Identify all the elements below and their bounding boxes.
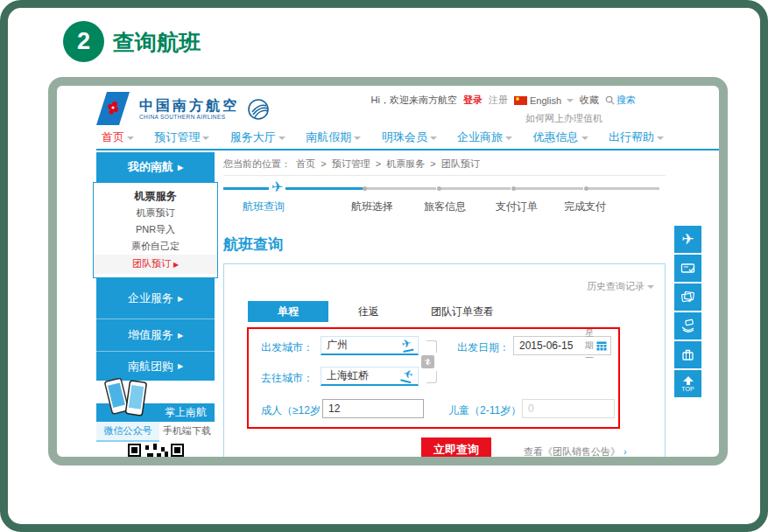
nav-item-travel-help[interactable]: 出行帮助 xyxy=(609,130,664,145)
logo-text-en: CHINA SOUTHERN AIRLINES xyxy=(139,114,239,120)
breadcrumb-booking[interactable]: 预订管理 xyxy=(332,158,370,169)
back-to-top-button[interactable]: TOP xyxy=(674,370,701,397)
chevron-down-icon xyxy=(647,285,654,289)
toolbar-tickets-button[interactable] xyxy=(674,284,701,311)
toolbar-service-button[interactable] xyxy=(674,312,701,340)
swap-icon xyxy=(424,358,432,366)
chevron-down-icon xyxy=(505,136,512,140)
skyteam-logo xyxy=(245,95,271,122)
search-now-button[interactable]: 立即查询 xyxy=(421,438,491,457)
checkin-icon xyxy=(680,261,695,276)
progress-plane-icon: ✈ xyxy=(269,179,285,195)
hand-ticket-icon xyxy=(680,318,696,333)
language-selector[interactable]: English xyxy=(514,95,574,106)
sidebar-section-value-added[interactable]: 增值服务 ▶ xyxy=(96,318,215,351)
step-complete: 完成支付 xyxy=(564,200,606,214)
favorite-link[interactable]: 收藏 xyxy=(580,94,599,107)
step-number: 2 xyxy=(77,28,90,55)
header-user-links: Hi，欢迎来南方航空 登录 注册 English 收藏 搜索 xyxy=(371,94,636,125)
adult-count-input[interactable] xyxy=(322,399,424,418)
sidebar-section-group-buy[interactable]: 南航团购 ▶ xyxy=(96,351,215,381)
tab-round-trip[interactable]: 往返 xyxy=(328,301,409,322)
nav-item-holidays[interactable]: 南航假期 xyxy=(306,130,361,145)
chevron-down-icon xyxy=(202,136,209,140)
date-weekday: 星期一 xyxy=(580,327,596,364)
top-label: TOP xyxy=(681,386,694,392)
child-count-input[interactable] xyxy=(522,399,615,418)
breadcrumb-group-booking: 团队预订 xyxy=(441,158,480,169)
sidebar-group-title: 机票服务 xyxy=(94,187,217,205)
nav-item-corporate[interactable]: 企业商旅 xyxy=(457,130,512,145)
sidebar-item-group-booking[interactable]: 团队预订 ▶ xyxy=(94,255,217,274)
swap-connector-top xyxy=(426,340,437,353)
chevron-down-icon xyxy=(278,136,285,140)
step-badge: 2 xyxy=(63,21,104,62)
step-title: 查询航班 xyxy=(113,28,201,57)
tailfin-logo-icon xyxy=(96,91,133,126)
greeting-text: Hi，欢迎来南方航空 xyxy=(371,94,457,107)
arrow-up-icon xyxy=(683,376,694,385)
nav-item-member[interactable]: 明珠会员 xyxy=(382,130,437,145)
nav-item-booking[interactable]: 预订管理 xyxy=(154,130,209,145)
sidebar-item-name-your-price[interactable]: 票价自己定 xyxy=(94,238,217,255)
page-title: 航班查询 xyxy=(223,234,283,255)
logo-text-cn: 中国南方航空 xyxy=(139,98,239,114)
sidebar: 我的南航 ▶ 机票服务 机票预订 PNR导入 票价自己定 团队预订 ▶ 企业服务… xyxy=(96,152,215,457)
chevron-down-icon xyxy=(567,99,574,102)
arrow-right-icon: ▶ xyxy=(178,295,183,303)
child-count-label: 儿童（2-11岁） xyxy=(448,403,521,418)
chevron-down-icon xyxy=(581,136,588,140)
nav-item-promotions[interactable]: 优惠信息 xyxy=(533,130,588,145)
mobile-phones-image xyxy=(103,378,149,416)
luggage-icon xyxy=(680,347,695,362)
chevron-right-icon: › xyxy=(624,446,627,457)
breadcrumb-ticket-service[interactable]: 机票服务 xyxy=(386,158,425,169)
tab-one-way[interactable]: 单程 xyxy=(248,301,328,322)
nav-item-service-hall[interactable]: 服务大厅 xyxy=(230,130,285,145)
plane-icon: ✈ xyxy=(681,232,694,247)
step-passenger-info: 旅客信息 xyxy=(424,200,466,214)
tab-group-orders[interactable]: 团队订单查看 xyxy=(409,301,516,322)
arrive-city-label: 去往城市： xyxy=(261,371,314,386)
search-link[interactable]: 搜索 xyxy=(605,94,636,107)
main-navigation: 首页 预订管理 服务大厅 南航假期 明珠会员 企业商旅 优惠信息 出行帮助 xyxy=(96,130,719,150)
depart-date-field[interactable]: 2015-06-15 星期一 xyxy=(513,336,611,355)
sidebar-item-pnr-import[interactable]: PNR导入 xyxy=(94,221,217,238)
history-link[interactable]: 历史查询记录 xyxy=(587,280,654,293)
swap-cities-button[interactable] xyxy=(421,355,434,368)
online-checkin-help-link[interactable]: 如何网上办理值机 xyxy=(371,112,636,125)
step-flight-search: 航班查询 xyxy=(243,200,285,214)
toolbar-flight-button[interactable]: ✈ xyxy=(674,226,701,253)
progress-steps: ✈ xyxy=(223,187,659,191)
group-sales-notice-link[interactable]: 查看《团队销售公告》› xyxy=(524,445,627,457)
toolbar-checkin-button[interactable] xyxy=(674,255,701,282)
depart-date-label: 出发日期： xyxy=(457,340,510,355)
chevron-down-icon xyxy=(127,136,134,140)
tab-wechat-account[interactable]: 微信公众号 xyxy=(96,422,159,442)
airline-logo: 中国南方航空 CHINA SOUTHERN AIRLINES xyxy=(96,91,271,126)
depart-city-label: 出发城市： xyxy=(261,340,314,355)
sidebar-section-corporate-service[interactable]: 企业服务 ▶ xyxy=(96,278,215,318)
tab-app-download[interactable]: 手机端下载 xyxy=(159,422,215,442)
browser-frame: 中国南方航空 CHINA SOUTHERN AIRLINES Hi，欢迎来南方航… xyxy=(48,77,728,466)
sidebar-ticket-service-panel: 机票服务 机票预订 PNR导入 票价自己定 团队预订 ▶ xyxy=(93,182,218,278)
tutorial-card: 2 查询航班 中国南方航空 CHINA SOUTHERN AIRLINES xyxy=(0,0,768,532)
main-content: 您当前的位置： 首页 > 预订管理 > 机票服务 > 团队预订 xyxy=(223,154,666,457)
login-link[interactable]: 登录 xyxy=(463,94,483,107)
sidebar-my-account[interactable]: 我的南航 ▶ xyxy=(96,152,215,182)
register-link[interactable]: 注册 xyxy=(489,94,508,107)
adult-count-label: 成人（≥12岁） xyxy=(261,403,331,418)
step-payment: 支付订单 xyxy=(496,200,538,214)
arrow-right-icon: ▶ xyxy=(173,261,179,269)
chevron-down-icon xyxy=(354,136,361,140)
sidebar-item-ticket-booking[interactable]: 机票预订 xyxy=(94,205,217,221)
toolbar-luggage-button[interactable] xyxy=(674,341,701,368)
floating-toolbar: ✈ xyxy=(674,226,701,399)
nav-item-home[interactable]: 首页 xyxy=(102,130,134,145)
breadcrumb-home[interactable]: 首页 xyxy=(296,158,315,169)
flight-search-panel: 历史查询记录 单程 往返 团队订单查看 出发城市： ✈ 去往城市： ✈ xyxy=(223,263,666,457)
highlighted-form-area: 出发城市： ✈ 去往城市： ✈ xyxy=(247,327,620,429)
chevron-down-icon xyxy=(430,136,437,140)
chevron-down-icon xyxy=(657,136,664,140)
website-screenshot: 中国南方航空 CHINA SOUTHERN AIRLINES Hi，欢迎来南方航… xyxy=(57,86,719,457)
